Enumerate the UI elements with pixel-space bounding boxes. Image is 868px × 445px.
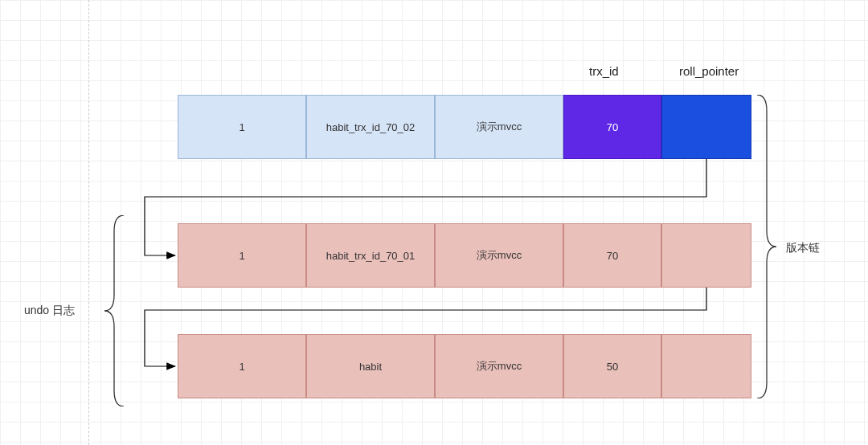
cell-name: habit — [306, 334, 435, 398]
cell-trx-id: 70 — [563, 223, 661, 288]
cell-id: 1 — [178, 223, 306, 288]
column-header-trx-id: trx_id — [589, 64, 619, 78]
cell-trx-id: 70 — [563, 95, 661, 159]
version-row-undo-2: 1 habit 演示mvcc 50 — [178, 334, 751, 398]
label-version-chain: 版本链 — [786, 241, 820, 255]
cell-trx-id: 50 — [563, 334, 661, 398]
cell-roll-pointer — [661, 95, 751, 159]
label-undo-log: undo 日志 — [24, 304, 75, 318]
cell-roll-pointer — [661, 334, 751, 398]
cell-name: habit_trx_id_70_02 — [306, 95, 435, 159]
cell-id: 1 — [178, 334, 306, 398]
version-row-current: 1 habit_trx_id_70_02 演示mvcc 70 — [178, 95, 751, 159]
cell-desc: 演示mvcc — [435, 223, 563, 288]
column-header-roll-pointer: roll_pointer — [679, 64, 739, 78]
cell-desc: 演示mvcc — [435, 334, 563, 398]
brace-undo-log — [104, 215, 125, 409]
cell-roll-pointer — [661, 223, 751, 288]
brace-version-chain — [755, 95, 776, 398]
cell-name: habit_trx_id_70_01 — [306, 223, 435, 288]
cell-desc: 演示mvcc — [435, 95, 563, 159]
version-row-undo-1: 1 habit_trx_id_70_01 演示mvcc 70 — [178, 223, 751, 288]
cell-id: 1 — [178, 95, 306, 159]
